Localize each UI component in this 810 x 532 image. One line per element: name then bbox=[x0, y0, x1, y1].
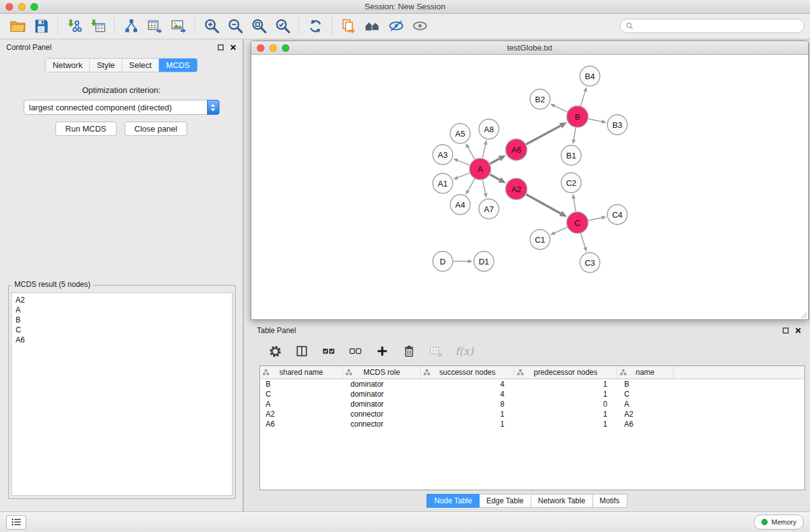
minimize-view-button[interactable] bbox=[269, 44, 277, 52]
graph-node-B4[interactable]: B4 bbox=[580, 66, 600, 86]
graph-edge-A-A3[interactable] bbox=[453, 158, 470, 165]
zoom-selected-button[interactable] bbox=[271, 16, 294, 37]
table-body[interactable]: Bdominator41BCdominator41CAdominator80AA… bbox=[260, 379, 804, 490]
graph-edge-A-A8[interactable] bbox=[483, 140, 488, 158]
delete-table-button[interactable] bbox=[428, 342, 443, 360]
close-view-button[interactable] bbox=[257, 44, 264, 52]
graph-node-A7[interactable]: A7 bbox=[479, 199, 499, 219]
select-all-columns-button[interactable] bbox=[321, 342, 336, 360]
column-header-name[interactable]: name bbox=[617, 366, 673, 379]
graph-edge-A-A7[interactable] bbox=[483, 180, 488, 198]
run-mcds-button[interactable]: Run MCDS bbox=[55, 122, 117, 136]
close-panel-icon[interactable] bbox=[795, 327, 801, 334]
graph-node-C1[interactable]: C1 bbox=[530, 230, 550, 249]
export-network-button[interactable] bbox=[119, 16, 143, 37]
import-table-button[interactable] bbox=[86, 16, 110, 37]
graph-node-A[interactable]: A bbox=[470, 158, 491, 180]
network-canvas[interactable]: AA6A2BCA5A8A3A1A4A7B1B2B3B4C1C2C3C4DD1 bbox=[251, 55, 808, 319]
refresh-button[interactable] bbox=[304, 16, 327, 37]
criterion-dropdown[interactable]: largest connected component (directed) bbox=[24, 100, 219, 115]
graph-node-A6[interactable]: A6 bbox=[506, 139, 527, 160]
graph-node-B3[interactable]: B3 bbox=[607, 115, 627, 135]
export-table-button[interactable] bbox=[143, 16, 166, 37]
graph-node-A3[interactable]: A3 bbox=[433, 145, 453, 165]
graph-node-B[interactable]: B bbox=[567, 106, 588, 127]
deselect-all-columns-button[interactable] bbox=[348, 342, 363, 360]
graph-node-C4[interactable]: C4 bbox=[607, 205, 627, 225]
hide-selected-button[interactable] bbox=[384, 16, 408, 37]
search-box[interactable] bbox=[620, 19, 804, 33]
graph-edge-C-C1[interactable] bbox=[550, 227, 567, 235]
zoom-fit-button[interactable] bbox=[247, 16, 271, 37]
home-button[interactable] bbox=[360, 16, 384, 37]
graph-node-D[interactable]: D bbox=[433, 251, 453, 271]
graph-edge-B-B2[interactable] bbox=[550, 104, 567, 112]
graph-node-A8[interactable]: A8 bbox=[479, 119, 499, 139]
task-history-button[interactable] bbox=[6, 515, 26, 530]
result-item-a6[interactable]: A6 bbox=[12, 335, 232, 345]
graph-node-D1[interactable]: D1 bbox=[474, 251, 494, 271]
export-image-button[interactable] bbox=[166, 16, 190, 37]
graph-node-B1[interactable]: B1 bbox=[561, 145, 581, 165]
table-row-a2[interactable]: A2connector11A2 bbox=[260, 409, 804, 419]
memory-button[interactable]: Memory bbox=[754, 515, 804, 530]
graph-edge-C-C4[interactable] bbox=[589, 216, 607, 220]
tab-network[interactable]: Network bbox=[46, 59, 90, 72]
graph-node-A5[interactable]: A5 bbox=[450, 123, 470, 143]
graph-edge-A2-C[interactable] bbox=[526, 195, 567, 217]
close-window-button[interactable] bbox=[6, 3, 13, 11]
graph-node-C[interactable]: C bbox=[567, 212, 588, 233]
minimize-window-button[interactable] bbox=[18, 3, 26, 11]
tab-node-table[interactable]: Node Table bbox=[427, 494, 480, 508]
table-row-c[interactable]: Cdominator41C bbox=[260, 389, 804, 399]
mcds-result-list[interactable]: A2ABCA6 bbox=[11, 293, 233, 496]
import-network-button[interactable] bbox=[62, 16, 86, 37]
zoom-out-button[interactable] bbox=[223, 16, 247, 37]
result-item-b[interactable]: B bbox=[12, 315, 232, 325]
table-row-b[interactable]: Bdominator41B bbox=[260, 379, 804, 389]
show-columns-button[interactable] bbox=[294, 342, 309, 360]
graph-edge-A-A4[interactable] bbox=[466, 179, 475, 195]
table-row-a[interactable]: Adominator80A bbox=[260, 399, 804, 409]
graph-node-C2[interactable]: C2 bbox=[561, 173, 581, 193]
graph-node-C3[interactable]: C3 bbox=[580, 253, 600, 273]
tab-select[interactable]: Select bbox=[122, 59, 159, 72]
add-row-button[interactable] bbox=[375, 342, 390, 360]
graph-edge-A-A6[interactable] bbox=[490, 155, 506, 164]
column-header-successor-nodes[interactable]: successor nodes bbox=[421, 366, 514, 379]
show-all-button[interactable] bbox=[408, 16, 432, 37]
graph-node-A1[interactable]: A1 bbox=[433, 173, 453, 193]
column-header-mcds-role[interactable]: MCDS role bbox=[343, 366, 421, 379]
tab-edge-table[interactable]: Edge Table bbox=[479, 494, 531, 508]
tab-motifs[interactable]: Motifs bbox=[592, 494, 627, 508]
save-session-button[interactable] bbox=[29, 16, 53, 37]
first-neighbors-button[interactable] bbox=[337, 16, 360, 37]
graph-node-B2[interactable]: B2 bbox=[530, 89, 550, 109]
close-panel-button[interactable]: Close panel bbox=[125, 122, 188, 136]
graph-edge-B-B3[interactable] bbox=[589, 119, 607, 123]
maximize-view-button[interactable] bbox=[282, 44, 289, 52]
graph-edge-C-C2[interactable] bbox=[572, 194, 576, 211]
graph-edge-A-A2[interactable] bbox=[490, 175, 506, 183]
tab-network-table[interactable]: Network Table bbox=[531, 494, 593, 508]
tab-mcds[interactable]: MCDS bbox=[159, 59, 196, 72]
column-header-shared-name[interactable]: shared name bbox=[260, 366, 343, 379]
graph-edge-A-A1[interactable] bbox=[453, 173, 470, 179]
graph-edge-C-C3[interactable] bbox=[581, 233, 587, 252]
graph-edge-D-D1[interactable] bbox=[453, 259, 473, 263]
table-settings-button[interactable] bbox=[268, 342, 282, 360]
zoom-in-button[interactable] bbox=[200, 16, 223, 37]
maximize-window-button[interactable] bbox=[31, 3, 38, 11]
result-item-a[interactable]: A bbox=[12, 305, 232, 315]
graph-node-A2[interactable]: A2 bbox=[506, 178, 527, 200]
graph-node-A4[interactable]: A4 bbox=[450, 195, 470, 215]
table-row-a6[interactable]: A6connector11A6 bbox=[260, 419, 804, 429]
resize-grip-icon[interactable] bbox=[801, 312, 808, 319]
delete-row-button[interactable] bbox=[402, 342, 417, 360]
result-item-c[interactable]: C bbox=[12, 325, 232, 335]
graph-edge-A-A5[interactable] bbox=[466, 143, 475, 160]
graph-edge-B-B1[interactable] bbox=[572, 128, 576, 144]
search-input[interactable] bbox=[637, 21, 799, 31]
tab-style[interactable]: Style bbox=[90, 59, 122, 72]
float-panel-icon[interactable] bbox=[218, 44, 224, 51]
